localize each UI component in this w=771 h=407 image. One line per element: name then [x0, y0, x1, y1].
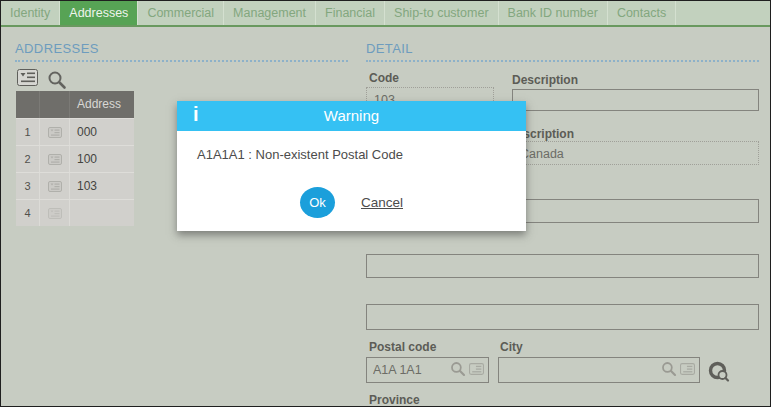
address-cell[interactable]: 103: [70, 173, 134, 199]
dialog-title: Warning: [177, 101, 526, 131]
detail-section-title: DETAIL: [366, 41, 759, 62]
card-row-icon: [48, 208, 62, 219]
tab-management[interactable]: Management: [224, 1, 316, 25]
country-description-field: Canada: [512, 141, 759, 165]
card-row-icon: [48, 127, 62, 138]
city-input[interactable]: [498, 357, 700, 383]
card-row-icon: [48, 181, 62, 192]
tab-bank-id-number[interactable]: Bank ID number: [499, 1, 608, 25]
row-number: 3: [16, 173, 40, 199]
ok-button[interactable]: Ok: [300, 187, 335, 218]
table-row[interactable]: 1 000: [16, 118, 134, 145]
table-row[interactable]: 2 100: [16, 145, 134, 172]
lookup-card-icon[interactable]: [680, 363, 695, 375]
app-window: Identity Addresses Commercial Management…: [0, 0, 771, 407]
tab-contacts[interactable]: Contacts: [608, 1, 676, 25]
tab-addresses[interactable]: Addresses: [60, 1, 138, 25]
description-label: Description: [512, 73, 578, 87]
description-input-field[interactable]: [513, 90, 758, 110]
dialog-header: i Warning: [177, 101, 526, 131]
row-number: 4: [16, 200, 40, 226]
address-cell[interactable]: 000: [70, 119, 134, 145]
tab-ship-to-customer[interactable]: Ship-to customer: [385, 1, 498, 25]
address-column-header: Address: [70, 91, 134, 118]
tab-identity[interactable]: Identity: [1, 1, 60, 25]
description-input[interactable]: [512, 89, 759, 111]
address-line-3-input[interactable]: [366, 304, 759, 330]
tab-financial[interactable]: Financial: [316, 1, 385, 25]
city-label: City: [500, 340, 523, 354]
code-label: Code: [369, 71, 399, 85]
card-row-icon: [48, 154, 62, 165]
tab-bar: Identity Addresses Commercial Management…: [1, 1, 770, 27]
detail-view-icon[interactable]: [17, 69, 38, 90]
dialog-buttons: Ok Cancel: [177, 187, 526, 218]
lookup-card-icon[interactable]: [469, 363, 484, 375]
addresses-table: Address 1 000 2 100 3 103 4: [16, 91, 134, 226]
cancel-link[interactable]: Cancel: [361, 195, 403, 210]
lookup-search-icon[interactable]: [661, 361, 677, 377]
addresses-section-title: ADDRESSES: [15, 41, 348, 62]
address-line-2-input[interactable]: [366, 254, 759, 278]
postal-code-label: Postal code: [369, 340, 436, 354]
table-header-row: Address: [16, 91, 134, 118]
warning-dialog: i Warning A1A1A1 : Non-existent Postal C…: [177, 101, 526, 231]
lookup-search-icon[interactable]: [450, 361, 466, 377]
dialog-message: A1A1A1 : Non-existent Postal Code: [197, 147, 526, 162]
row-number: 1: [16, 119, 40, 145]
row-number: 2: [16, 146, 40, 172]
address-cell[interactable]: [70, 200, 134, 226]
tab-commercial[interactable]: Commercial: [138, 1, 224, 25]
info-icon: i: [193, 103, 199, 126]
postal-code-input[interactable]: [366, 357, 489, 383]
address-cell[interactable]: 100: [70, 146, 134, 172]
table-row[interactable]: 3 103: [16, 172, 134, 199]
table-row[interactable]: 4: [16, 199, 134, 226]
geo-lookup-icon[interactable]: [707, 360, 731, 388]
province-label: Province: [369, 393, 420, 407]
